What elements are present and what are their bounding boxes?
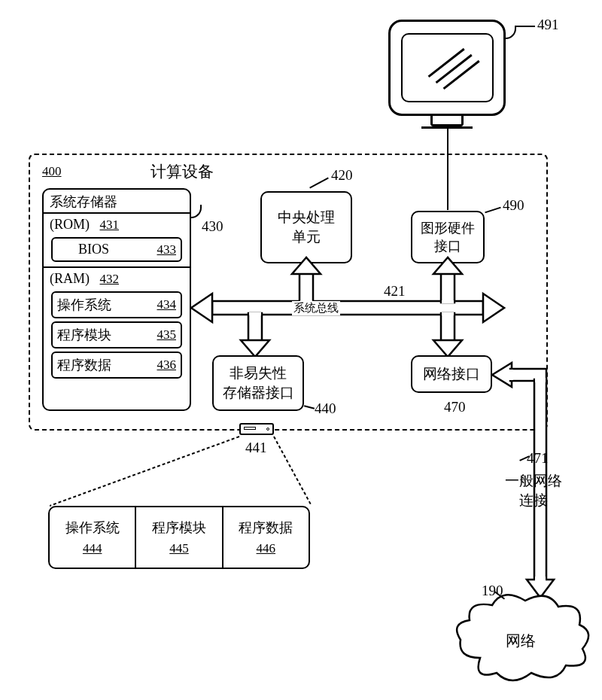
ref-rom: 431	[100, 218, 120, 232]
data-box: 程序数据 436	[51, 352, 182, 379]
disk-mods-label: 程序模块	[152, 519, 206, 537]
ref-os: 434	[157, 297, 177, 312]
svg-rect-11	[249, 312, 261, 315]
cpu: 中央处理 单元	[260, 191, 352, 263]
bios-box: BIOS 433	[51, 237, 182, 262]
projection-lines	[50, 434, 313, 509]
svg-rect-14	[442, 312, 454, 315]
ref-bios: 433	[157, 242, 177, 257]
svg-rect-6	[441, 272, 455, 303]
svg-marker-10	[241, 340, 269, 357]
bus-label: 系统总线	[292, 301, 340, 315]
monitor	[388, 20, 506, 116]
svg-marker-13	[433, 340, 462, 357]
network-interface: 网络接口	[411, 355, 492, 393]
system-memory: 系统存储器 (ROM) 431 BIOS 433 (RAM) 432 操作系统 …	[42, 188, 191, 411]
ref-gfx: 490	[503, 197, 524, 214]
ref-netif: 470	[444, 399, 466, 415]
ref-disk-data: 446	[257, 541, 276, 556]
leader-curve	[506, 26, 516, 39]
ref-nvif: 440	[315, 400, 336, 417]
svg-rect-21	[535, 378, 546, 382]
ref-ram: 432	[100, 272, 120, 286]
ref-disk-os: 444	[83, 541, 102, 556]
netconn-label: 一般网络 连接	[500, 471, 567, 510]
monitor-screen	[401, 33, 494, 102]
svg-rect-19	[509, 370, 513, 380]
disk-data-label: 程序数据	[239, 519, 293, 537]
os-box: 操作系统 434	[51, 291, 182, 318]
svg-rect-23	[535, 577, 546, 581]
ref-cpu: 420	[331, 167, 353, 184]
nonvolatile-storage-interface: 非易失性 存储器接口	[212, 355, 304, 411]
ref-monitor: 491	[537, 17, 559, 33]
data-label: 程序数据	[57, 356, 111, 374]
svg-rect-3	[299, 272, 313, 303]
rom-section: (ROM) 431	[44, 214, 190, 234]
svg-rect-12	[441, 313, 455, 342]
ref-bus: 421	[384, 283, 406, 300]
svg-marker-2	[483, 294, 504, 322]
leader-line	[515, 26, 535, 27]
ref-mem: 430	[202, 218, 223, 235]
rom-label: (ROM)	[50, 217, 90, 232]
svg-marker-4	[292, 257, 321, 274]
mods-label: 程序模块	[57, 326, 111, 344]
ref-data: 436	[157, 358, 177, 373]
device-title: 计算设备	[150, 161, 214, 182]
ram-label: (RAM)	[50, 271, 90, 286]
os-label: 操作系统	[57, 296, 111, 314]
sysmem-title: 系统存储器	[44, 190, 190, 212]
ref-device: 400	[42, 164, 62, 179]
disk-os-label: 操作系统	[65, 519, 120, 537]
svg-marker-7	[433, 257, 462, 274]
disk-contents: 操作系统 444 程序模块 445 程序数据 446	[48, 506, 310, 569]
ref-mods: 435	[157, 327, 177, 342]
svg-rect-8	[442, 300, 454, 303]
bios-label: BIOS	[57, 242, 109, 257]
ref-netconn: 471	[527, 450, 549, 467]
ram-section: (RAM) 432	[44, 268, 190, 288]
ref-disk-mods: 445	[169, 541, 189, 556]
mods-box: 程序模块 435	[51, 321, 182, 348]
svg-line-15	[50, 437, 239, 506]
svg-marker-1	[191, 294, 212, 322]
network-label: 网络	[506, 631, 536, 651]
monitor-stand	[430, 116, 464, 126]
svg-rect-9	[248, 313, 262, 342]
svg-line-16	[274, 437, 312, 506]
